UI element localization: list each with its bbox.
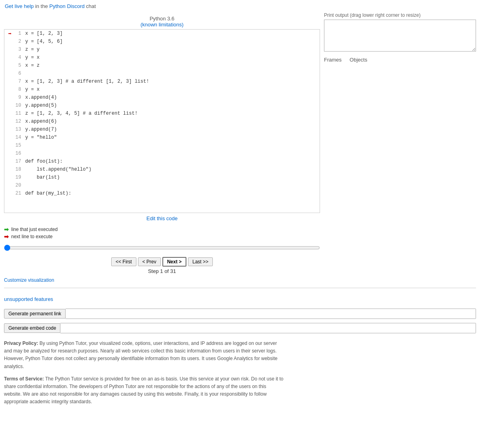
- line-code: [24, 181, 320, 189]
- line-number: 17: [12, 157, 24, 165]
- line-code: x = [1, 2, 3]: [24, 30, 320, 38]
- code-area: ➡1x = [1, 2, 3]2y = [4, 5, 6]3z = y4y = …: [4, 29, 320, 213]
- legend: ➡ line that just executed ➡ next line to…: [4, 224, 320, 242]
- current-line-arrow: ➡: [8, 31, 12, 37]
- line-number: 20: [12, 181, 24, 189]
- table-row: 12x.append(6): [4, 117, 320, 125]
- python-discord-link[interactable]: Python Discord: [49, 3, 84, 9]
- privacy-policy-title: Privacy Policy:: [4, 340, 38, 346]
- table-row: 20: [4, 181, 320, 189]
- code-header: Python 3.6 (known limitations): [4, 12, 320, 29]
- step-slider[interactable]: [4, 245, 320, 251]
- embed-code-input[interactable]: [60, 323, 476, 333]
- line-code: y = [4, 5, 6]: [24, 38, 320, 46]
- permanent-link-input[interactable]: [66, 309, 476, 319]
- red-arrow-icon: ➡: [4, 233, 9, 240]
- topbar-end: chat: [86, 3, 96, 9]
- main-container: Python 3.6 (known limitations) ➡1x = [1,…: [0, 12, 480, 284]
- legend-green: ➡ line that just executed: [4, 226, 320, 233]
- line-arrow-cell: [4, 102, 12, 110]
- table-row: 11z = [1, 2, 3, 4, 5] # a different list…: [4, 110, 320, 117]
- line-code: [24, 70, 320, 78]
- line-arrow-cell: [4, 78, 12, 86]
- line-arrow-cell: [4, 54, 12, 62]
- line-code: y = x: [24, 54, 320, 62]
- line-number: 19: [12, 173, 24, 181]
- code-body: ➡1x = [1, 2, 3]2y = [4, 5, 6]3z = y4y = …: [4, 30, 320, 197]
- line-arrow-cell: [4, 125, 12, 133]
- live-help-link[interactable]: Get live help: [5, 3, 34, 9]
- table-row: ➡1x = [1, 2, 3]: [4, 30, 320, 38]
- nav-buttons: << First < Prev Next > Last >>: [4, 255, 320, 267]
- line-arrow-cell: [4, 117, 12, 125]
- line-number: 16: [12, 149, 24, 157]
- line-number: 6: [12, 70, 24, 78]
- topbar-middle: in the: [35, 3, 49, 9]
- code-scroll[interactable]: ➡1x = [1, 2, 3]2y = [4, 5, 6]3z = y4y = …: [4, 30, 320, 213]
- line-number: 15: [12, 141, 24, 149]
- table-row: 21def bar(my_lst):: [4, 189, 320, 197]
- privacy-policy-paragraph: Privacy Policy: By using Python Tutor, y…: [4, 340, 284, 370]
- line-code: def bar(my_lst):: [24, 189, 320, 197]
- line-arrow-cell: [4, 110, 12, 117]
- divider: [4, 288, 476, 288]
- table-row: 4y = x: [4, 54, 320, 62]
- line-number: 5: [12, 62, 24, 70]
- line-arrow-cell: [4, 141, 12, 149]
- table-row: 18 lst.append("hello"): [4, 165, 320, 173]
- gen-permanent-link-row: Generate permanent link: [4, 309, 476, 319]
- line-number: 8: [12, 86, 24, 94]
- line-code: [24, 149, 320, 157]
- print-output-box[interactable]: [324, 20, 476, 52]
- limitations-link-wrapper: (known limitations): [4, 22, 320, 28]
- table-row: 3z = y: [4, 46, 320, 54]
- objects-label: Objects: [350, 57, 367, 63]
- generate-embed-code-button[interactable]: Generate embed code: [4, 323, 60, 333]
- edit-link-container: Edit this code: [4, 213, 320, 224]
- line-arrow-cell: [4, 70, 12, 78]
- line-code: lst.append("hello"): [24, 165, 320, 173]
- customize-link[interactable]: Customize visualization: [4, 277, 320, 284]
- line-arrow-cell: [4, 189, 12, 197]
- last-button[interactable]: Last >>: [188, 257, 213, 266]
- line-code: x = [1, 2, 3] # a different [1, 2, 3] li…: [24, 78, 320, 86]
- edit-this-code-link[interactable]: Edit this code: [146, 215, 178, 221]
- line-code: y.append(7): [24, 125, 320, 133]
- line-arrow-cell: [4, 94, 12, 102]
- next-button[interactable]: Next >: [162, 257, 186, 267]
- line-arrow-cell: [4, 46, 12, 54]
- table-row: 5x = z: [4, 62, 320, 70]
- line-number: 9: [12, 94, 24, 102]
- line-code: x = z: [24, 62, 320, 70]
- line-arrow-cell: [4, 149, 12, 157]
- step-label: Step 1 of 31: [4, 267, 320, 277]
- table-row: 7x = [1, 2, 3] # a different [1, 2, 3] l…: [4, 78, 320, 86]
- python-version: Python 3.6: [4, 16, 320, 22]
- top-bar: Get live help in the Python Discord chat: [0, 0, 480, 12]
- line-number: 14: [12, 133, 24, 141]
- table-row: 15: [4, 141, 320, 149]
- known-limitations-link[interactable]: (known limitations): [140, 22, 184, 28]
- table-row: 9x.append(4): [4, 94, 320, 102]
- line-number: 4: [12, 54, 24, 62]
- line-arrow-cell: [4, 133, 12, 141]
- line-arrow-cell: [4, 86, 12, 94]
- unsupported-features-link[interactable]: unsupported features: [4, 296, 53, 302]
- line-number: 21: [12, 189, 24, 197]
- first-button[interactable]: << First: [111, 257, 136, 266]
- table-row: 13y.append(7): [4, 125, 320, 133]
- line-code: x.append(4): [24, 94, 320, 102]
- line-code: bar(lst): [24, 173, 320, 181]
- line-number: 11: [12, 110, 24, 117]
- line-arrow-cell: [4, 173, 12, 181]
- slider-row: [4, 242, 320, 255]
- red-legend-label: next line to execute: [11, 234, 52, 239]
- generate-permanent-link-button[interactable]: Generate permanent link: [4, 309, 66, 319]
- prev-button[interactable]: < Prev: [138, 257, 161, 266]
- line-arrow-cell: [4, 38, 12, 46]
- table-row: 19 bar(lst): [4, 173, 320, 181]
- bottom-section: unsupported features Generate permanent …: [0, 292, 480, 406]
- line-number: 2: [12, 38, 24, 46]
- print-output-label: Print output (drag lower right corner to…: [324, 12, 476, 18]
- table-row: 6: [4, 70, 320, 78]
